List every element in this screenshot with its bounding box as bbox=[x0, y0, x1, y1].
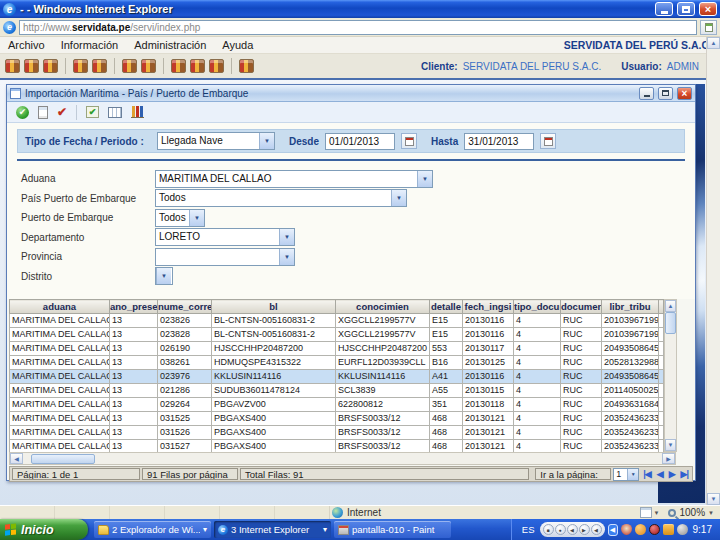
zoom-level[interactable]: 100% bbox=[679, 507, 705, 518]
grid-icon[interactable] bbox=[108, 107, 122, 118]
report-icon[interactable] bbox=[24, 59, 39, 73]
export-check-icon[interactable]: ✔ bbox=[86, 106, 99, 118]
last-page-button[interactable]: ▶| bbox=[679, 469, 690, 479]
validate-icon[interactable]: ✔ bbox=[57, 105, 67, 119]
chevron-down-icon[interactable]: ▼ bbox=[391, 190, 406, 206]
hasta-input[interactable]: 31/01/2013 bbox=[464, 133, 534, 150]
scroll-down-icon[interactable]: ▼ bbox=[707, 493, 720, 505]
aduana-select[interactable]: MARITIMA DEL CALLAO ▼ bbox=[155, 170, 433, 188]
table-row[interactable]: MARITIMA DEL CALLAO13029264PBGAVZV006228… bbox=[10, 398, 664, 412]
scroll-up-icon[interactable]: ▲ bbox=[707, 37, 720, 49]
panel-restore-button[interactable] bbox=[658, 87, 673, 100]
puerto-select[interactable]: Todos ▼ bbox=[155, 209, 205, 227]
menu-item-información[interactable]: Información bbox=[61, 39, 118, 51]
tipo-fecha-select[interactable]: Llegada Nave ▼ bbox=[157, 132, 275, 150]
chevron-down-icon[interactable]: ▼ bbox=[279, 229, 294, 245]
report-icon[interactable] bbox=[122, 59, 137, 73]
go-button[interactable] bbox=[700, 20, 717, 35]
table-row[interactable]: MARITIMA DEL CALLAO13031526PBGAXS400BRSF… bbox=[10, 426, 664, 440]
report-icon[interactable] bbox=[239, 59, 254, 73]
scroll-down-icon[interactable]: ▼ bbox=[665, 439, 676, 451]
page-options-icon[interactable] bbox=[640, 507, 652, 518]
chevron-down-icon[interactable]: ▼ bbox=[189, 210, 204, 226]
menu-item-archivo[interactable]: Archivo bbox=[8, 39, 45, 51]
report-icon[interactable] bbox=[73, 59, 88, 73]
volume-icon[interactable] bbox=[677, 524, 688, 535]
task-group-arrow-icon[interactable]: ▾ bbox=[203, 525, 207, 534]
messenger-icon[interactable] bbox=[649, 524, 660, 535]
start-button[interactable]: Inicio bbox=[0, 519, 88, 540]
scroll-left-icon[interactable]: ◀ bbox=[10, 453, 23, 464]
form-divider bbox=[17, 159, 685, 161]
table-row[interactable]: MARITIMA DEL CALLAO13021286SUDUB36011478… bbox=[10, 384, 664, 398]
table-row[interactable]: MARITIMA DEL CALLAO13023976KKLUSIN114116… bbox=[10, 370, 664, 384]
taskbar-task-3[interactable]: pantalla-010 - Paint bbox=[334, 521, 451, 538]
table-row[interactable]: MARITIMA DEL CALLAO13031527PBGAXS400BRSF… bbox=[10, 440, 664, 453]
chart-icon[interactable] bbox=[131, 106, 144, 118]
table-vertical-scrollbar[interactable]: ▲ ▼ bbox=[664, 299, 677, 452]
antivirus-shield-icon[interactable] bbox=[621, 524, 632, 535]
departamento-select[interactable]: LORETO ▼ bbox=[155, 228, 295, 246]
media-volume-icon[interactable]: ◀ bbox=[591, 524, 602, 535]
report-icon[interactable] bbox=[171, 59, 186, 73]
provincia-select[interactable]: ▼ bbox=[155, 248, 295, 266]
pais-select[interactable]: Todos ▼ bbox=[155, 189, 407, 207]
menu-item-ayuda[interactable]: Ayuda bbox=[222, 39, 253, 51]
url-input[interactable]: http://www.servidata.pe/servi/index.php bbox=[19, 20, 697, 35]
chevron-down-icon[interactable]: ▼ bbox=[279, 249, 294, 265]
minimize-button[interactable] bbox=[655, 2, 673, 16]
media-stop-icon[interactable]: ■ bbox=[543, 524, 554, 535]
chevron-down-icon[interactable]: ▼ bbox=[708, 510, 714, 516]
report-icon[interactable] bbox=[92, 59, 107, 73]
table-row[interactable]: MARITIMA DEL CALLAO13026190HJSCCHHP20487… bbox=[10, 342, 664, 356]
table-row[interactable]: MARITIMA DEL CALLAO13038261HDMUQSPE43153… bbox=[10, 356, 664, 370]
browser-scrollbar[interactable]: ▲ ▼ bbox=[706, 37, 720, 505]
distrito-select[interactable]: ▼ bbox=[155, 267, 173, 285]
chevron-down-icon[interactable]: ▼ bbox=[259, 133, 274, 149]
report-icon[interactable] bbox=[190, 59, 205, 73]
media-prev-icon[interactable]: ◀ bbox=[567, 524, 578, 535]
prev-page-button[interactable]: ◀ bbox=[655, 469, 665, 479]
table-row[interactable]: MARITIMA DEL CALLAO13031525PBGAXS400BRSF… bbox=[10, 412, 664, 426]
close-button[interactable]: × bbox=[699, 2, 717, 16]
menu-item-administración[interactable]: Administración bbox=[134, 39, 206, 51]
table-row[interactable]: MARITIMA DEL CALLAO13023828BL-CNTSN-0051… bbox=[10, 328, 664, 342]
next-page-button[interactable]: ▶ bbox=[667, 469, 677, 479]
scroll-up-icon[interactable]: ▲ bbox=[665, 300, 676, 312]
desde-calendar-button[interactable] bbox=[401, 133, 417, 149]
panel-minimize-button[interactable] bbox=[639, 87, 654, 100]
desde-input[interactable]: 01/01/2013 bbox=[325, 133, 395, 150]
update-icon[interactable] bbox=[635, 524, 646, 535]
scrollbar-thumb[interactable] bbox=[665, 312, 676, 334]
hasta-calendar-button[interactable] bbox=[540, 133, 556, 149]
report-icon[interactable] bbox=[209, 59, 224, 73]
execute-icon[interactable]: ✔ bbox=[16, 106, 29, 119]
table-row[interactable]: MARITIMA DEL CALLAO13023826BL-CNTSN-0051… bbox=[10, 314, 664, 328]
chevron-down-icon[interactable]: ▼ bbox=[417, 171, 432, 187]
task-group-arrow-icon[interactable]: ▾ bbox=[323, 525, 327, 534]
lock-icon[interactable] bbox=[663, 524, 674, 535]
taskbar-task-1[interactable]: 2 Explorador de Wi...▾ bbox=[94, 521, 211, 538]
panel-close-button[interactable]: × bbox=[677, 87, 692, 100]
zoom-magnifier-icon[interactable] bbox=[668, 509, 676, 517]
taskbar-task-2[interactable]: e3 Internet Explorer▾ bbox=[214, 521, 331, 538]
chevron-down-icon[interactable]: ▼ bbox=[627, 469, 638, 480]
chevron-down-icon[interactable]: ▼ bbox=[156, 268, 171, 284]
chevron-down-icon[interactable]: ▼ bbox=[654, 510, 660, 516]
goto-page-select[interactable]: 1 ▼ bbox=[613, 468, 639, 481]
report-icon[interactable] bbox=[141, 59, 156, 73]
media-record-icon[interactable]: ● bbox=[555, 524, 566, 535]
table-cell: 553 bbox=[430, 342, 463, 356]
report-icon[interactable] bbox=[43, 59, 58, 73]
language-indicator[interactable]: ES bbox=[520, 524, 537, 535]
table-horizontal-scrollbar[interactable]: ◀ ▶ bbox=[9, 452, 676, 465]
maximize-button[interactable] bbox=[677, 2, 695, 16]
scroll-right-icon[interactable]: ▶ bbox=[662, 453, 675, 464]
hide-icons-chevron-icon[interactable]: ◀ bbox=[608, 524, 618, 536]
report-icon[interactable] bbox=[5, 59, 20, 73]
document-icon[interactable] bbox=[38, 106, 48, 119]
scrollbar-thumb[interactable] bbox=[31, 454, 95, 464]
table-cell: PBGAXS400 bbox=[212, 440, 336, 453]
media-next-icon[interactable]: ▶ bbox=[579, 524, 590, 535]
first-page-button[interactable]: |◀ bbox=[641, 469, 652, 479]
